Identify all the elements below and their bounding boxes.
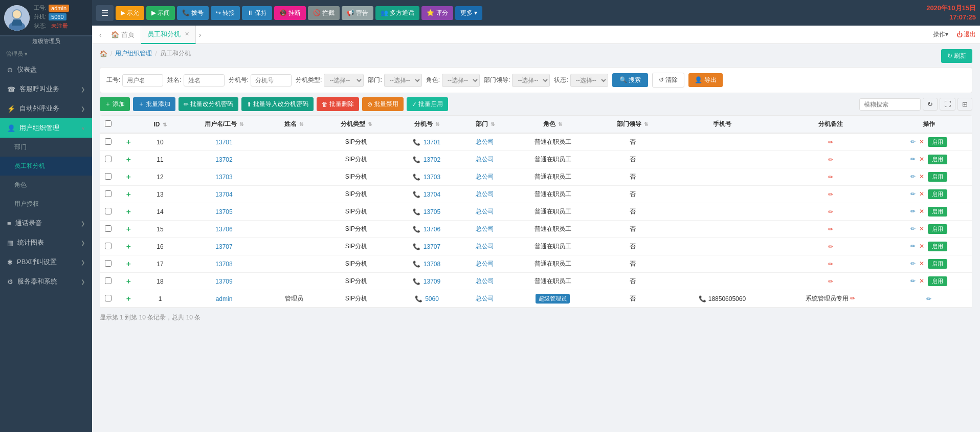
edit-note-icon[interactable]: ✏ bbox=[828, 156, 833, 163]
row-checkbox[interactable] bbox=[105, 208, 112, 214]
username-link[interactable]: 13708 bbox=[215, 261, 232, 268]
dept-link[interactable]: 总公司 bbox=[476, 190, 494, 198]
batch-add-button[interactable]: ＋ 批量添加 bbox=[133, 97, 175, 111]
enable-button[interactable]: 启用 bbox=[928, 259, 947, 269]
toolbar-transfer-button[interactable]: ↪ 转接 bbox=[211, 6, 240, 20]
toolbar-dial-button[interactable]: 📞 拨号 bbox=[177, 6, 209, 20]
expand-icon[interactable]: ＋ bbox=[125, 155, 132, 163]
delete-button[interactable]: ✕ bbox=[919, 243, 924, 250]
tab-close-button[interactable]: ✕ bbox=[185, 31, 189, 37]
toolbar-more-button[interactable]: 更多 ▾ bbox=[455, 6, 482, 20]
enable-button[interactable]: 启用 bbox=[928, 207, 947, 217]
ext-no-link[interactable]: 13709 bbox=[424, 278, 440, 285]
batch-modify-ext-button[interactable]: ✏ 批量改分机密码 bbox=[179, 97, 238, 111]
toolbar-rate-button[interactable]: ⭐ 评分 bbox=[421, 6, 453, 20]
delete-button[interactable]: ✕ bbox=[919, 260, 924, 267]
search-button[interactable]: 🔍 搜索 bbox=[612, 73, 648, 87]
ext-no-link[interactable]: 13701 bbox=[424, 139, 440, 146]
username-link[interactable]: admin bbox=[216, 295, 233, 303]
toolbar-hold-button[interactable]: ⏸ 保持 bbox=[242, 6, 272, 20]
expand-icon[interactable]: ＋ bbox=[125, 225, 132, 233]
export-button[interactable]: 👤 导出 bbox=[688, 73, 722, 87]
refresh-button[interactable]: ↻ 刷新 bbox=[941, 49, 972, 63]
row-checkbox[interactable] bbox=[105, 295, 112, 301]
expand-icon[interactable]: ＋ bbox=[125, 207, 132, 215]
username-link[interactable]: 13705 bbox=[215, 208, 232, 215]
dept-leader-select[interactable]: --选择-- bbox=[512, 74, 550, 87]
enable-button[interactable]: 启用 bbox=[928, 242, 947, 251]
edit-note-icon[interactable]: ✏ bbox=[828, 278, 833, 285]
sidebar-item-server[interactable]: ⚙ 服务器和系统 ❯ bbox=[0, 272, 92, 291]
username-link[interactable]: 13707 bbox=[215, 243, 232, 250]
edit-button[interactable]: ✏ bbox=[926, 295, 931, 303]
ext-no-link[interactable]: 13704 bbox=[424, 191, 440, 198]
row-checkbox[interactable] bbox=[105, 190, 112, 197]
sidebar-item-org[interactable]: 👤 用户组织管理 ∨ bbox=[0, 118, 92, 138]
batch-delete-button[interactable]: 🗑 批量删除 bbox=[317, 97, 359, 111]
edit-note-icon[interactable]: ✏ bbox=[828, 261, 833, 268]
logout-button[interactable]: ⏻ 退出 bbox=[956, 30, 976, 39]
edit-button[interactable]: ✏ bbox=[910, 138, 916, 145]
fullscreen-button[interactable]: ⛶ bbox=[940, 98, 955, 111]
edit-button[interactable]: ✏ bbox=[910, 208, 916, 215]
sidebar-item-recordings[interactable]: ≡ 通话录音 ❯ bbox=[0, 213, 92, 233]
ext-no-link[interactable]: 13707 bbox=[424, 243, 440, 250]
delete-button[interactable]: ✕ bbox=[919, 156, 924, 163]
delete-button[interactable]: ✕ bbox=[919, 138, 924, 145]
toolbar-intercept-button[interactable]: 🚫 拦截 bbox=[308, 6, 340, 20]
dept-link[interactable]: 总公司 bbox=[476, 208, 494, 215]
ext-no-link[interactable]: 5060 bbox=[425, 295, 439, 303]
edit-button[interactable]: ✏ bbox=[910, 277, 916, 285]
ext-no-link[interactable]: 13705 bbox=[424, 208, 440, 215]
edit-note-icon[interactable]: ✏ bbox=[828, 226, 833, 233]
expand-icon[interactable]: ＋ bbox=[125, 260, 132, 268]
enable-button[interactable]: 启用 bbox=[928, 155, 947, 164]
toolbar-show-allow-button[interactable]: ▶ 示允 bbox=[116, 6, 144, 20]
batch-disable-button[interactable]: ⊘ 批量禁用 bbox=[362, 97, 404, 111]
enable-button[interactable]: 启用 bbox=[928, 172, 947, 182]
column-toggle-button[interactable]: ⊞ bbox=[957, 98, 972, 111]
delete-button[interactable]: ✕ bbox=[919, 173, 924, 180]
sidebar-item-charts[interactable]: ▦ 统计图表 ❯ bbox=[0, 233, 92, 252]
role-select[interactable]: --选择-- bbox=[442, 74, 480, 87]
edit-note-icon[interactable]: ✏ bbox=[828, 243, 833, 250]
expand-icon[interactable]: ＋ bbox=[125, 294, 132, 303]
username-link[interactable]: 13702 bbox=[215, 156, 232, 163]
tab-operations-button[interactable]: 操作▾ bbox=[929, 29, 952, 40]
row-checkbox[interactable] bbox=[105, 260, 112, 267]
username-link[interactable]: 13703 bbox=[215, 174, 232, 181]
edit-button[interactable]: ✏ bbox=[910, 156, 916, 163]
sort-dept-icon[interactable]: ⇅ bbox=[491, 121, 495, 127]
sidebar-item-permissions[interactable]: 用户授权 bbox=[0, 195, 92, 213]
fuzzy-search-input[interactable] bbox=[859, 98, 921, 111]
batch-enable-button[interactable]: ✓ 批量启用 bbox=[407, 97, 448, 111]
delete-button[interactable]: ✕ bbox=[919, 208, 924, 215]
dept-link[interactable]: 总公司 bbox=[476, 156, 494, 163]
delete-button[interactable]: ✕ bbox=[919, 190, 924, 198]
status-select[interactable]: --选择-- bbox=[570, 74, 608, 87]
enable-button[interactable]: 启用 bbox=[928, 276, 947, 286]
ext-type-select[interactable]: --选择-- SIP分机 bbox=[324, 74, 364, 87]
row-checkbox[interactable] bbox=[105, 243, 112, 249]
row-checkbox[interactable] bbox=[105, 138, 112, 145]
sort-name-icon[interactable]: ⇅ bbox=[299, 121, 303, 127]
ext-no-input[interactable] bbox=[251, 74, 292, 87]
edit-note-icon[interactable]: ✏ bbox=[828, 174, 833, 181]
toolbar-conference-button[interactable]: 👥 多方通话 bbox=[375, 6, 419, 20]
toolbar-show-hear-button[interactable]: ▶ 示闻 bbox=[146, 6, 175, 20]
sidebar-item-dept[interactable]: 部门 bbox=[0, 138, 92, 157]
sort-username-icon[interactable]: ⇅ bbox=[239, 121, 243, 127]
delete-button[interactable]: ✕ bbox=[919, 277, 924, 285]
menu-toggle-button[interactable]: ☰ bbox=[96, 5, 114, 21]
username-link[interactable]: 13709 bbox=[215, 278, 232, 285]
sidebar-item-pbx[interactable]: ✱ PBX呼叫设置 ❯ bbox=[0, 252, 92, 272]
dept-link[interactable]: 总公司 bbox=[476, 173, 494, 180]
sort-role-icon[interactable]: ⇅ bbox=[558, 121, 562, 127]
dept-link[interactable]: 总公司 bbox=[476, 225, 494, 232]
expand-icon[interactable]: ＋ bbox=[125, 277, 132, 285]
edit-button[interactable]: ✏ bbox=[910, 190, 916, 198]
edit-note-icon[interactable]: ✏ bbox=[828, 139, 833, 146]
row-checkbox[interactable] bbox=[105, 277, 112, 284]
edit-button[interactable]: ✏ bbox=[910, 173, 916, 180]
sidebar-item-callcenter[interactable]: ☎ 客服呼叫业务 ❯ bbox=[0, 79, 92, 99]
